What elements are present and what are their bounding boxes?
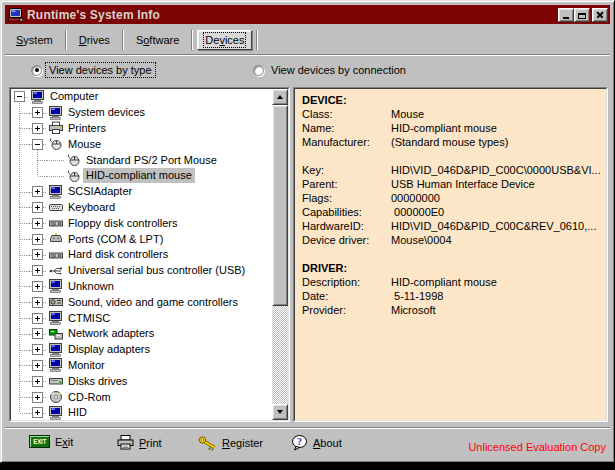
tree-expand-button[interactable]	[32, 376, 43, 387]
close-button[interactable]	[592, 8, 608, 22]
guide-line	[19, 294, 20, 302]
tree-collapse-button[interactable]	[32, 139, 43, 150]
tree-guides	[29, 373, 47, 389]
scrollbar-thumb[interactable]	[272, 105, 288, 306]
tree-item-label[interactable]: Floppy disk controllers	[65, 216, 180, 231]
tree-expand-button[interactable]	[32, 107, 43, 118]
tree-guides	[11, 373, 29, 389]
tree-item-label[interactable]: System devices	[65, 105, 148, 120]
tree-item-label[interactable]: SCSIAdapter	[65, 184, 135, 199]
tree-expand-button[interactable]	[32, 344, 43, 355]
tree-item-label[interactable]: Universal serial bus controller (USB)	[65, 263, 248, 278]
tree-expand-button[interactable]	[32, 297, 43, 308]
tree-item-label[interactable]: Printers	[65, 121, 109, 136]
details-blank-row	[302, 247, 606, 261]
computer-icon	[47, 358, 65, 372]
details-heading-text: DRIVER:	[302, 261, 347, 275]
device-tree-panel: ComputerSystem devicesPrintersMouseStand…	[9, 87, 290, 422]
radio-view-by-type[interactable]: View devices by type	[31, 63, 154, 77]
tree-item: Display adapters	[11, 342, 272, 358]
tree-item-label[interactable]: HID-compliant mouse	[83, 168, 195, 183]
tree-item-label[interactable]: Display adapters	[65, 342, 153, 357]
print-button[interactable]: Print	[117, 435, 162, 450]
tree-item-label[interactable]: CTMISC	[65, 311, 113, 326]
tree-guides	[11, 389, 29, 405]
tree-expand-button[interactable]	[32, 328, 43, 339]
controller-icon	[47, 248, 65, 262]
details-row: Date: 5-11-1998	[302, 289, 606, 303]
printer-icon	[117, 435, 134, 450]
plus-glyph	[37, 347, 38, 352]
about-button[interactable]: ?About	[291, 435, 342, 451]
tree-expand-button[interactable]	[32, 218, 43, 229]
tree-item-label[interactable]: Ports (COM & LPT)	[65, 232, 166, 247]
detail-value: (Standard mouse types)	[391, 135, 508, 149]
tree-collapse-button[interactable]	[14, 91, 25, 102]
tree-guides	[11, 231, 29, 247]
tree-expand-button[interactable]	[32, 392, 43, 403]
app-icon[interactable]	[8, 8, 23, 22]
tree-item-label[interactable]: Disks drives	[65, 374, 130, 389]
tree-item-label[interactable]: Sound, video and game controllers	[65, 295, 241, 310]
guide-line	[19, 128, 20, 136]
minimize-button[interactable]	[558, 8, 574, 22]
exit-button[interactable]: EXITExit	[29, 435, 73, 448]
tree-expand-button[interactable]	[32, 249, 43, 260]
tree-item-label[interactable]: Network adapters	[65, 326, 157, 341]
guide-line	[38, 160, 47, 161]
tree-guides	[11, 89, 29, 105]
scroll-down-button[interactable]	[272, 404, 288, 420]
tree-item-label[interactable]: Computer	[47, 89, 101, 104]
tree-guides	[11, 152, 29, 168]
guide-line	[19, 247, 20, 255]
tree-item-label[interactable]: Mouse	[65, 137, 104, 152]
tree-expand-button[interactable]	[32, 202, 43, 213]
usb-icon	[47, 264, 65, 278]
guide-line	[20, 271, 29, 272]
maximize-button[interactable]	[574, 8, 590, 22]
guide-line	[19, 215, 20, 223]
tree-expand-button[interactable]	[32, 234, 43, 245]
tree-item: Hard disk controllers	[11, 247, 272, 263]
tree-expand-button[interactable]	[32, 281, 43, 292]
tab-software[interactable]: Software	[126, 32, 189, 48]
tree-item-label[interactable]: Standard PS/2 Port Mouse	[83, 153, 220, 168]
tree-item-label[interactable]: Keyboard	[65, 200, 118, 215]
plus-glyph	[37, 300, 38, 305]
scroll-up-button[interactable]	[272, 89, 288, 105]
guide-line	[19, 310, 20, 318]
tree-expand-button[interactable]	[32, 313, 43, 324]
tree-expand-button[interactable]	[32, 407, 43, 418]
title-bar[interactable]: Runtime's System Info	[5, 5, 610, 24]
register-button[interactable]: Register	[198, 435, 263, 451]
tab-devices[interactable]: Devices	[197, 30, 252, 50]
minimize-icon	[563, 13, 569, 19]
detail-value: HID-compliant mouse	[391, 275, 497, 289]
guide-line	[20, 239, 29, 240]
tab-system[interactable]: System	[6, 32, 63, 48]
tree-item-label[interactable]: HID	[65, 405, 90, 420]
tree-expand-button[interactable]	[32, 360, 43, 371]
tree-scrollbar[interactable]	[272, 89, 288, 420]
detail-label: Description:	[302, 275, 391, 289]
scroll-down-icon	[277, 410, 283, 414]
tree-expand-button[interactable]	[32, 186, 43, 197]
radio-view-by-connection[interactable]: View devices by connection	[253, 63, 408, 77]
plus-glyph	[37, 379, 38, 384]
tree-guides	[29, 326, 47, 342]
radio-circle	[31, 65, 42, 76]
tree-guides	[11, 215, 29, 231]
tree-item-label[interactable]: Hard disk controllers	[65, 247, 171, 262]
tree-item: Floppy disk controllers	[11, 215, 272, 231]
tree-guides	[29, 279, 47, 295]
plus-glyph	[37, 284, 38, 289]
tree-item-label[interactable]: Unknown	[65, 279, 117, 294]
plus-glyph	[37, 110, 38, 115]
tab-drives[interactable]: Drives	[69, 32, 120, 48]
tree-item-label[interactable]: Monitor	[65, 358, 108, 373]
tree-expand-button[interactable]	[32, 265, 43, 276]
tree-expand-button[interactable]	[32, 123, 43, 134]
details-row: Manufacturer:(Standard mouse types)	[302, 135, 606, 149]
tree-item-label[interactable]: CD-Rom	[65, 390, 114, 405]
tree-guides	[29, 121, 47, 137]
